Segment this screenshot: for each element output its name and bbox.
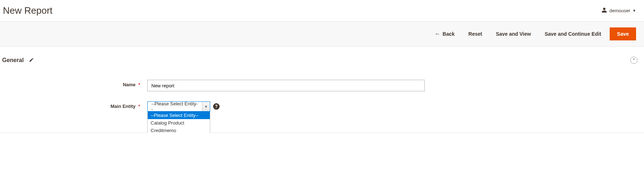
name-label: Name * [3, 80, 147, 87]
section-header: General ⌃ [0, 47, 644, 69]
main-entity-selected-text: --Please Select Entity-- [148, 102, 202, 111]
main-entity-label: Main Entity * [3, 101, 147, 109]
section-title: General [2, 57, 24, 64]
chevron-down-icon[interactable]: ▼ [202, 102, 210, 111]
main-entity-label-text: Main Entity [111, 104, 135, 109]
required-star-icon: * [138, 104, 140, 109]
page-title: New Report [3, 5, 52, 16]
save-and-continue-button[interactable]: Save and Continue Edit [540, 28, 606, 40]
collapse-icon[interactable]: ⌃ [630, 57, 637, 64]
dropdown-option-creditmemo[interactable]: Creditmemo [148, 127, 210, 133]
user-menu[interactable]: demouser ▼ [601, 7, 636, 14]
main-entity-row: Main Entity * --Please Select Entity-- ▼… [3, 101, 641, 112]
dropdown-option-catalog-product[interactable]: Catalog Product [148, 119, 210, 127]
main-entity-select[interactable]: --Please Select Entity-- ▼ [147, 101, 210, 112]
dropdown-option-placeholder[interactable]: --Please Select Entity-- [148, 112, 210, 119]
chevron-down-icon: ▼ [632, 9, 636, 13]
back-label: Back [442, 31, 454, 37]
username: demouser [609, 8, 630, 13]
name-label-text: Name [123, 82, 135, 87]
save-and-view-button[interactable]: Save and View [491, 28, 536, 40]
main-entity-select-wrap: --Please Select Entity-- ▼ ? --Please Se… [147, 101, 220, 112]
pencil-icon[interactable] [29, 57, 34, 64]
form-body: Name * Main Entity * --Please Select Ent… [0, 69, 644, 133]
name-input[interactable] [147, 80, 425, 91]
chevron-up-icon: ⌃ [632, 58, 636, 63]
reset-button[interactable]: Reset [463, 28, 487, 40]
help-icon[interactable]: ? [213, 103, 220, 110]
action-bar: ← Back Reset Save and View Save and Cont… [0, 21, 644, 47]
arrow-left-icon: ← [435, 31, 440, 37]
save-button[interactable]: Save [610, 27, 636, 40]
main-entity-dropdown: --Please Select Entity-- Catalog Product… [147, 112, 210, 133]
back-button[interactable]: ← Back [429, 28, 459, 40]
name-row: Name * [3, 80, 641, 91]
required-star-icon: * [138, 82, 140, 87]
user-icon [601, 7, 607, 14]
